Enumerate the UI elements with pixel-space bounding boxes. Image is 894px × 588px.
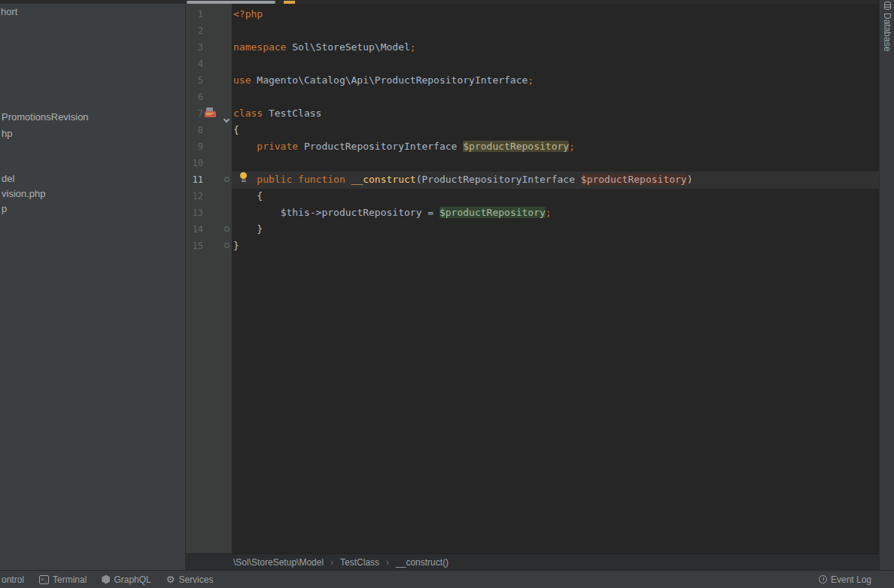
line-number[interactable]: 7 bbox=[173, 105, 203, 122]
token-op: = bbox=[421, 207, 439, 218]
statusbar-button-label: Terminal bbox=[53, 574, 87, 585]
line-number[interactable]: 10 bbox=[173, 155, 203, 171]
token-br: ) bbox=[687, 174, 693, 185]
token-pl bbox=[345, 174, 351, 185]
project-tree-item[interactable]: hp bbox=[2, 128, 12, 139]
php-tag-shape bbox=[205, 111, 216, 117]
line-number[interactable]: 5 bbox=[173, 72, 203, 89]
line-number[interactable]: 12 bbox=[173, 188, 203, 205]
database-tool-button[interactable]: Database bbox=[882, 2, 892, 51]
project-tree-item[interactable]: del bbox=[2, 173, 14, 184]
token-op: -> bbox=[310, 207, 322, 218]
intention-bulb-icon[interactable] bbox=[240, 172, 248, 183]
token-id: Magento\Catalog\Api\ProductRepositoryInt… bbox=[257, 74, 528, 86]
statusbar-button-label: Services bbox=[178, 574, 213, 585]
token-id: ProductRepositoryInterface bbox=[421, 174, 575, 185]
line-number[interactable]: 8 bbox=[173, 122, 203, 138]
code-line-3[interactable]: namespace Sol\StoreSetup\Model; bbox=[233, 39, 416, 56]
token-pl bbox=[233, 223, 257, 235]
project-tree-item[interactable]: p bbox=[2, 203, 7, 214]
token-kw: <?php bbox=[233, 8, 263, 20]
bulb-glass bbox=[240, 172, 247, 179]
breadcrumb-separator: › bbox=[386, 557, 389, 568]
code-line-13[interactable]: $this->productRepository = $productRepos… bbox=[233, 205, 552, 221]
bulb-base bbox=[242, 180, 246, 180]
line-number[interactable]: 1 bbox=[173, 6, 203, 23]
token-br: { bbox=[257, 190, 263, 202]
database-icon bbox=[884, 2, 891, 10]
statusbar-button-label: Event Log bbox=[831, 574, 871, 585]
status-bar-left: ontrol>_TerminalGraphQL⚙Services bbox=[0, 574, 213, 585]
fold-circle-icon[interactable] bbox=[224, 226, 230, 232]
breadcrumb-separator: › bbox=[330, 557, 333, 568]
line-number-column: 123456789101112131415 bbox=[185, 0, 232, 554]
token-pl bbox=[263, 108, 269, 119]
database-label: Database bbox=[882, 13, 892, 51]
status-bar-right: Event Log bbox=[819, 574, 894, 585]
line-number[interactable]: 4 bbox=[173, 56, 203, 72]
token-semi: ; bbox=[569, 141, 575, 152]
project-panel-title: hort bbox=[1, 6, 17, 17]
line-number[interactable]: 2 bbox=[173, 23, 203, 39]
statusbar-button-event-log[interactable]: Event Log bbox=[819, 574, 871, 585]
code-line-1[interactable]: <?php bbox=[233, 6, 263, 23]
line-number[interactable]: 13 bbox=[173, 205, 203, 221]
token-br: } bbox=[257, 223, 263, 235]
event-log-icon bbox=[819, 575, 827, 583]
code-line-12[interactable]: { bbox=[233, 188, 263, 205]
token-br: } bbox=[233, 240, 239, 251]
fold-circle-icon[interactable] bbox=[224, 243, 230, 248]
token-hl-brown: $productRepository bbox=[581, 174, 687, 185]
graphql-icon bbox=[102, 575, 110, 584]
line-number[interactable]: 6 bbox=[173, 89, 203, 105]
token-hl-green: $productRepository bbox=[439, 207, 546, 218]
status-bar: ontrol>_TerminalGraphQL⚙Services Event L… bbox=[0, 570, 894, 588]
statusbar-button-terminal[interactable]: >_Terminal bbox=[39, 574, 87, 585]
code-line-9[interactable]: private ProductRepositoryInterface $prod… bbox=[233, 138, 575, 155]
token-kw: use bbox=[233, 74, 251, 86]
statusbar-button-ontrol[interactable]: ontrol bbox=[2, 574, 24, 585]
line-number[interactable]: 14 bbox=[173, 221, 203, 238]
token-kw: namespace bbox=[233, 41, 286, 53]
php-class-icon[interactable] bbox=[205, 108, 217, 118]
project-tree-item[interactable]: vision.php bbox=[2, 188, 46, 199]
top-scroll-thumb[interactable] bbox=[187, 1, 275, 4]
statusbar-button-label: GraphQL bbox=[114, 574, 151, 585]
right-tool-window-bar: Database bbox=[879, 0, 894, 570]
code-line-11[interactable]: public function __construct(ProductRepos… bbox=[233, 171, 693, 188]
token-pl bbox=[575, 174, 581, 185]
top-tab-marker bbox=[284, 1, 295, 4]
code-line-7[interactable]: class TestClass bbox=[233, 105, 321, 122]
token-kw: private bbox=[257, 141, 298, 152]
statusbar-button-services[interactable]: ⚙Services bbox=[166, 574, 214, 585]
code-line-15[interactable]: } bbox=[233, 238, 239, 254]
terminal-icon: >_ bbox=[39, 575, 49, 584]
project-panel: hort PromotionsRevisionhpdelvision.phpp bbox=[0, 0, 185, 570]
project-tree-item[interactable]: PromotionsRevision bbox=[2, 111, 89, 123]
services-icon: ⚙ bbox=[166, 574, 175, 584]
code-line-14[interactable]: } bbox=[233, 221, 263, 238]
code-editor[interactable]: <?phpnamespace Sol\StoreSetup\Model;use … bbox=[232, 0, 879, 554]
token-id: productRepository bbox=[321, 207, 421, 218]
line-number[interactable]: 15 bbox=[173, 238, 203, 254]
line-number[interactable]: 9 bbox=[173, 138, 203, 155]
breadcrumb-item[interactable]: \Sol\StoreSetup\Model bbox=[233, 557, 324, 568]
code-line-8[interactable]: { bbox=[233, 122, 239, 138]
token-pl bbox=[292, 174, 298, 185]
fold-chevron-icon[interactable] bbox=[224, 111, 229, 125]
token-pl bbox=[298, 141, 304, 152]
token-id: Sol\StoreSetup\Model bbox=[292, 41, 410, 53]
fold-circle-icon[interactable] bbox=[224, 177, 230, 182]
token-semi: ; bbox=[410, 41, 416, 53]
statusbar-button-label: ontrol bbox=[2, 574, 24, 585]
token-hl-olive: $productRepository bbox=[463, 141, 569, 152]
code-line-5[interactable]: use Magento\Catalog\Api\ProductRepositor… bbox=[233, 72, 534, 89]
token-br: { bbox=[233, 124, 239, 135]
breadcrumb-item[interactable]: TestClass bbox=[340, 557, 379, 568]
token-pl bbox=[233, 190, 257, 202]
breadcrumb-item[interactable]: __construct() bbox=[396, 557, 449, 568]
token-semi: ; bbox=[546, 207, 552, 218]
line-number[interactable]: 3 bbox=[173, 39, 203, 56]
line-number[interactable]: 11 bbox=[173, 171, 203, 188]
statusbar-button-graphql[interactable]: GraphQL bbox=[102, 574, 151, 585]
